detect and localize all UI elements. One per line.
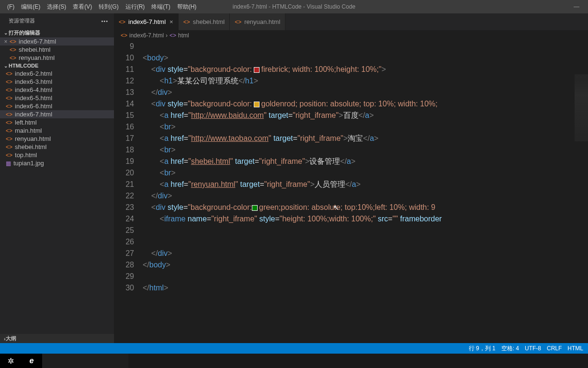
html-file-icon: <> [6, 136, 12, 142]
explorer-title: 资源管理器 [9, 17, 35, 24]
html-file-icon: <> [10, 55, 16, 61]
status-lang[interactable]: HTML [567, 345, 583, 352]
status-ln-col[interactable]: 行 9，列 1 [469, 345, 496, 353]
close-icon[interactable]: × [2, 38, 10, 45]
taskbar-running-app[interactable] [42, 354, 128, 368]
open-editors-section[interactable]: ⌄ 打开的编辑器 [0, 28, 114, 37]
file-tree-item[interactable]: <>index6-3.html [0, 78, 114, 86]
minimap[interactable] [575, 74, 588, 141]
explorer-sidebar: 资源管理器 ••• ⌄ 打开的编辑器 ×<>index6-7.html<>she… [0, 13, 114, 343]
taskbar: ✲ e [0, 354, 588, 368]
editor-area: <>index6-7.html×<>shebei.html<>renyuan.h… [114, 13, 588, 343]
breadcrumb[interactable]: <> index6-7.html › <> html [114, 30, 588, 41]
close-icon[interactable]: × [170, 18, 173, 25]
html-file-icon: <> [6, 152, 12, 159]
file-tree-item[interactable]: <>shebei.html [0, 143, 114, 151]
editor-tabs: <>index6-7.html×<>shebei.html<>renyuan.h… [114, 13, 588, 30]
status-spaces[interactable]: 空格: 4 [501, 345, 519, 353]
menu-help[interactable]: 帮助(H) [174, 3, 200, 11]
editor-tab[interactable]: <>renyuan.html [230, 13, 285, 30]
file-tree-item[interactable]: ▦tupian1.jpg [0, 159, 114, 167]
taskbar-app-icon[interactable]: ✲ [0, 356, 21, 366]
status-encoding[interactable]: UTF-8 [525, 345, 541, 352]
html-file-icon: <> [10, 46, 16, 53]
html-file-icon: <> [6, 79, 12, 85]
menu-run[interactable]: 运行(R) [122, 3, 148, 11]
chevron-down-icon: ⌄ [4, 63, 8, 69]
menubar: (F) 编辑(E) 选择(S) 查看(V) 转到(G) 运行(R) 终端(T) … [0, 0, 588, 13]
menu-view[interactable]: 查看(V) [69, 3, 95, 11]
editor-tab[interactable]: <>shebei.html [179, 13, 230, 30]
html-file-icon: <> [121, 32, 127, 39]
file-tree-item[interactable]: <>index6-6.html [0, 102, 114, 110]
statusbar: 行 9，列 1 空格: 4 UTF-8 CRLF HTML [0, 343, 588, 354]
folder-section[interactable]: ⌄ HTMLCODE [0, 62, 114, 69]
file-tree-item[interactable]: <>renyuan.html [0, 135, 114, 143]
html-file-icon: <> [6, 95, 12, 102]
file-tree-item[interactable]: <>main.html [0, 126, 114, 135]
taskbar-ie-icon[interactable]: e [21, 356, 42, 365]
file-tree-item[interactable]: <>left.html [0, 118, 114, 126]
menu-file[interactable]: (F) [4, 3, 18, 10]
menu-edit[interactable]: 编辑(E) [18, 3, 44, 11]
html-file-icon: <> [183, 19, 190, 25]
html-file-icon: <> [6, 103, 12, 110]
html-file-icon: <> [6, 70, 12, 77]
code-editor[interactable]: 9101112131415161718192021222324252627282… [114, 41, 588, 343]
symbol-icon: <> [170, 32, 176, 39]
img-file-icon: ▦ [6, 160, 11, 167]
html-file-icon: <> [10, 38, 16, 45]
open-editor-item[interactable]: <>renyuan.html [0, 54, 114, 62]
html-file-icon: <> [6, 111, 12, 118]
html-file-icon: <> [6, 87, 12, 93]
html-file-icon: <> [6, 119, 12, 126]
outline-section[interactable]: › 大纲 [0, 334, 114, 343]
open-editor-item[interactable]: ×<>index6-7.html [0, 37, 114, 46]
html-file-icon: <> [6, 127, 12, 134]
open-editor-item[interactable]: <>shebei.html [0, 46, 114, 54]
menu-select[interactable]: 选择(S) [44, 3, 69, 11]
file-tree-item[interactable]: <>index6-7.html [0, 110, 114, 118]
editor-tab[interactable]: <>index6-7.html× [114, 13, 179, 30]
status-eol[interactable]: CRLF [547, 345, 562, 352]
html-file-icon: <> [235, 19, 241, 25]
file-tree-item[interactable]: <>top.html [0, 151, 114, 159]
file-tree-item[interactable]: <>index6-4.html [0, 86, 114, 94]
window-title: index6-7.html - HTMLCode - Visual Studio… [233, 3, 356, 10]
menu-goto[interactable]: 转到(G) [95, 3, 122, 11]
chevron-down-icon: ⌄ [4, 30, 8, 35]
html-file-icon: <> [119, 19, 125, 25]
file-tree-item[interactable]: <>index6-5.html [0, 94, 114, 102]
file-tree-item[interactable]: <>index6-2.html [0, 69, 114, 78]
menu-terminal[interactable]: 终端(T) [148, 3, 173, 11]
minimize-icon[interactable]: — [574, 3, 579, 10]
html-file-icon: <> [6, 144, 12, 150]
chevron-right-icon: › [166, 32, 168, 39]
explorer-more-icon[interactable]: ••• [101, 18, 108, 24]
